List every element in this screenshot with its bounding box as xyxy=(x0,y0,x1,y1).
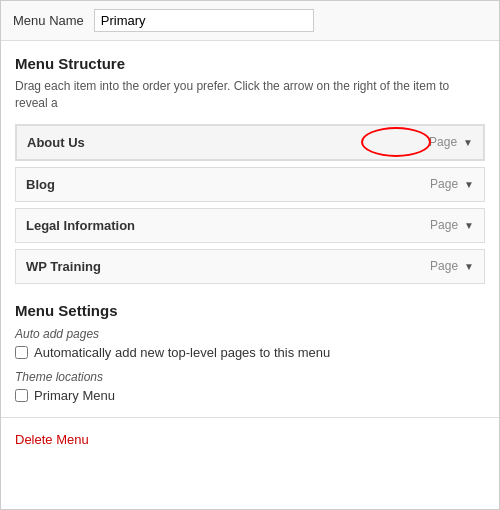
menu-structure-title: Menu Structure xyxy=(15,55,485,72)
menu-item-name: About Us xyxy=(27,135,85,150)
menu-item-right: Page ▼ xyxy=(430,259,474,273)
menu-item-type: Page xyxy=(430,177,458,191)
chevron-down-icon: ▼ xyxy=(464,220,474,231)
menu-item-right: Page ▼ xyxy=(429,135,473,149)
menu-item-about-us[interactable]: About Us Page ▼ xyxy=(15,124,485,161)
menu-item-name: Blog xyxy=(26,177,55,192)
chevron-down-icon: ▼ xyxy=(464,261,474,272)
menu-item-name: WP Training xyxy=(26,259,101,274)
menu-name-input[interactable] xyxy=(94,9,314,32)
menu-item-type: Page xyxy=(429,135,457,149)
auto-add-row: Automatically add new top-level pages to… xyxy=(15,345,485,360)
page-wrapper: Menu Name Menu Structure Drag each item … xyxy=(0,0,500,510)
menu-structure-section: Menu Structure Drag each item into the o… xyxy=(1,41,499,284)
menu-settings-section: Menu Settings Auto add pages Automatical… xyxy=(1,302,499,403)
menu-item-legal-information[interactable]: Legal Information Page ▼ xyxy=(15,208,485,243)
menu-item-right: Page ▼ xyxy=(430,177,474,191)
menu-item-wp-training[interactable]: WP Training Page ▼ xyxy=(15,249,485,284)
divider xyxy=(1,417,499,418)
menu-item-name: Legal Information xyxy=(26,218,135,233)
delete-menu-link[interactable]: Delete Menu xyxy=(1,432,103,447)
chevron-down-icon: ▼ xyxy=(464,179,474,190)
primary-menu-row: Primary Menu xyxy=(15,388,485,403)
auto-add-label: Auto add pages xyxy=(15,327,485,341)
menu-settings-title: Menu Settings xyxy=(15,302,485,319)
menu-item-type: Page xyxy=(430,259,458,273)
primary-menu-checkbox-label: Primary Menu xyxy=(34,388,115,403)
primary-menu-checkbox[interactable] xyxy=(15,389,28,402)
auto-add-checkbox-label: Automatically add new top-level pages to… xyxy=(34,345,330,360)
menu-name-label: Menu Name xyxy=(13,13,84,28)
menu-item-blog[interactable]: Blog Page ▼ xyxy=(15,167,485,202)
menu-item-type: Page xyxy=(430,218,458,232)
menu-structure-desc: Drag each item into the order you prefer… xyxy=(15,78,485,112)
auto-add-checkbox[interactable] xyxy=(15,346,28,359)
chevron-down-icon: ▼ xyxy=(463,137,473,148)
highlight-circle xyxy=(361,127,431,157)
menu-name-row: Menu Name xyxy=(1,1,499,41)
menu-item-right: Page ▼ xyxy=(430,218,474,232)
theme-locations-label: Theme locations xyxy=(15,370,485,384)
menu-items-list: About Us Page ▼ Blog Page ▼ Legal Inform… xyxy=(15,124,485,284)
